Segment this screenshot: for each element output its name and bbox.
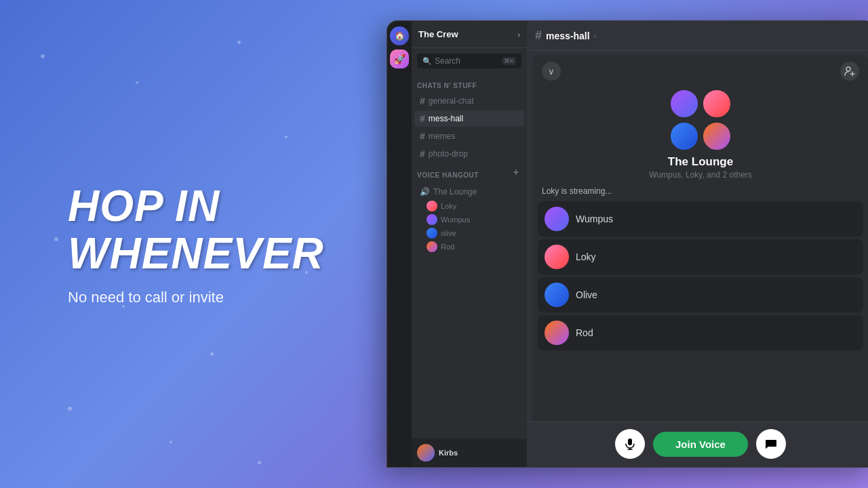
hash-icon: # bbox=[420, 148, 425, 159]
voice-avatar-cluster bbox=[532, 85, 868, 152]
mute-microphone-button[interactable] bbox=[615, 429, 645, 459]
voice-member-rod[interactable]: Rod bbox=[412, 240, 527, 253]
add-channel-button[interactable]: + bbox=[508, 164, 524, 180]
channel-sidebar: The Crew › 🔍 Search ⌘K CHATS N' STUFF # … bbox=[412, 21, 527, 467]
rod-avatar-small bbox=[427, 241, 437, 252]
olive-avatar bbox=[545, 283, 569, 307]
voice-channel-title: The Lounge bbox=[532, 152, 868, 170]
member-name: Wumpus bbox=[441, 216, 470, 224]
voice-channel-name: The Lounge bbox=[433, 187, 477, 197]
hash-icon: # bbox=[420, 113, 425, 124]
sidebar-user-area: Kirbs bbox=[412, 439, 527, 467]
voice-member-row-loky: Loky bbox=[538, 239, 863, 274]
main-content: # mess-hall › Rod Today at 9:12 AM tysm … bbox=[527, 21, 868, 467]
voice-overlay-panel: ∨ The Lounge bbox=[532, 55, 868, 430]
olive-avatar-small bbox=[427, 228, 437, 239]
invite-icon bbox=[844, 66, 855, 77]
wumpus-name: Wumpus bbox=[576, 214, 613, 224]
invite-button[interactable] bbox=[840, 62, 859, 81]
loky-avatar bbox=[545, 245, 569, 269]
voice-member-loky[interactable]: Loky bbox=[412, 199, 527, 213]
member-name: Loky bbox=[441, 202, 456, 210]
voice-member-row-olive: Olive bbox=[538, 277, 863, 312]
microphone-icon bbox=[623, 437, 637, 451]
channel-memes[interactable]: # memes bbox=[414, 128, 524, 144]
voice-section: 🔊 The Lounge Loky Wumpus olive Rod bbox=[412, 184, 527, 253]
chat-toggle-button[interactable] bbox=[756, 429, 786, 459]
loky-avatar-small bbox=[427, 201, 437, 211]
hero-headline: HOP IN WHENEVER bbox=[68, 182, 324, 278]
voice-members-list: Wumpus Loky Olive Rod bbox=[532, 201, 868, 430]
hero-section: HOP IN WHENEVER No need to call or invit… bbox=[68, 182, 324, 306]
channel-header-chevron-icon: › bbox=[594, 32, 597, 40]
olive-name: Olive bbox=[576, 289, 597, 300]
server-chevron-icon: › bbox=[517, 30, 520, 39]
channel-photo-drop[interactable]: # photo-drop bbox=[414, 146, 524, 162]
hash-icon: # bbox=[420, 131, 425, 142]
chat-bubble-icon bbox=[764, 437, 778, 451]
cluster-avatar-2 bbox=[702, 89, 732, 119]
channel-mess-hall[interactable]: # mess-hall bbox=[414, 110, 524, 127]
voice-section-label: Voice Hangout bbox=[412, 163, 484, 182]
search-bar-text: Search bbox=[435, 56, 499, 66]
cluster-avatar-4 bbox=[702, 121, 732, 151]
voice-overlay-header: ∨ bbox=[532, 55, 868, 85]
speaker-icon: 🔊 bbox=[420, 187, 430, 197]
voice-channel-members-summary: Wumpus, Loky, and 2 others bbox=[532, 170, 868, 184]
wumpus-avatar bbox=[545, 207, 569, 231]
channel-header: # mess-hall › bbox=[527, 21, 868, 51]
join-voice-button[interactable]: Join Voice bbox=[653, 432, 748, 457]
server-header[interactable]: The Crew › bbox=[412, 21, 527, 48]
member-name: Rod bbox=[441, 243, 454, 251]
cluster-avatar-1 bbox=[669, 89, 699, 119]
channel-name: mess-hall bbox=[429, 114, 463, 123]
search-icon: 🔍 bbox=[422, 57, 432, 66]
channel-name: memes bbox=[429, 131, 455, 141]
chats-section-label: CHATS N' STUFF bbox=[412, 74, 527, 92]
voice-member-row-rod: Rod bbox=[538, 315, 863, 350]
headline-line1: HOP IN bbox=[68, 182, 324, 230]
voice-member-wumpus[interactable]: Wumpus bbox=[412, 213, 527, 226]
loky-name: Loky bbox=[576, 251, 596, 262]
svg-rect-1 bbox=[628, 439, 632, 445]
kirbs-avatar bbox=[417, 444, 435, 462]
channel-name: general-chat bbox=[429, 96, 474, 106]
hero-subheadline: No need to call or invite bbox=[68, 288, 324, 306]
channel-header-name: mess-hall bbox=[546, 30, 590, 41]
discord-app: 🏠 🚀 The Crew › 🔍 Search ⌘K CHATS N' STUF… bbox=[387, 20, 868, 468]
wumpus-avatar-small bbox=[427, 214, 437, 225]
voice-channel-the-lounge[interactable]: 🔊 The Lounge bbox=[414, 185, 524, 199]
avatar-grid bbox=[669, 89, 732, 151]
member-name: olive bbox=[441, 229, 456, 237]
voice-member-olive[interactable]: olive bbox=[412, 226, 527, 240]
voice-action-bar: Join Voice bbox=[527, 422, 868, 467]
channel-name: photo-drop bbox=[429, 149, 468, 159]
server-icon-1[interactable]: 🏠 bbox=[390, 26, 409, 45]
channel-header-hash-icon: # bbox=[535, 28, 542, 43]
search-bar[interactable]: 🔍 Search ⌘K bbox=[417, 54, 521, 68]
search-kbd: ⌘K bbox=[502, 57, 516, 65]
server-rail: 🏠 🚀 bbox=[387, 21, 412, 467]
channel-general-chat[interactable]: # general-chat bbox=[414, 93, 524, 109]
chevron-down-icon: ∨ bbox=[548, 66, 555, 77]
svg-point-0 bbox=[846, 67, 850, 71]
rod-name: Rod bbox=[576, 327, 593, 338]
kirbs-username: Kirbs bbox=[439, 449, 458, 457]
streaming-indicator: Loky is streaming... bbox=[532, 184, 868, 201]
cluster-avatar-3 bbox=[669, 121, 699, 151]
voice-member-row-wumpus: Wumpus bbox=[538, 201, 863, 237]
server-icon-2[interactable]: 🚀 bbox=[390, 49, 409, 68]
hash-icon: # bbox=[420, 96, 425, 106]
headline-line2: WHENEVER bbox=[68, 230, 324, 277]
collapse-button[interactable]: ∨ bbox=[542, 62, 561, 81]
server-name: The Crew bbox=[418, 29, 458, 39]
rod-avatar bbox=[545, 321, 569, 345]
